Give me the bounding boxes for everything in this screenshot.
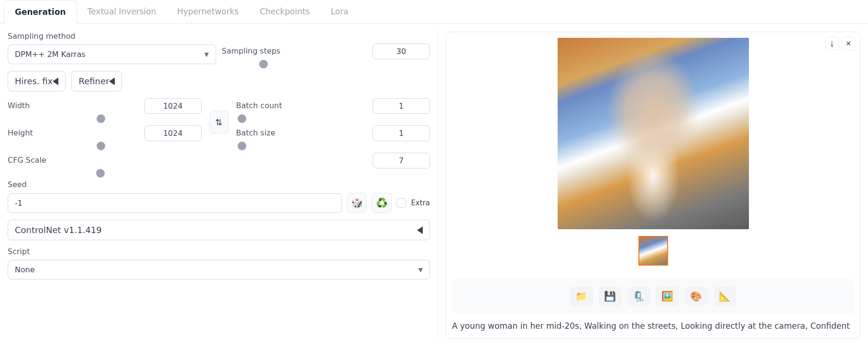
generation-info-text: A young woman in her mid-20s, Walking on… [452, 320, 854, 333]
floppy-icon: 💾 [604, 290, 616, 302]
hires-fix-label: Hires. fix [15, 76, 53, 86]
recycle-icon: ♻️ [376, 197, 388, 209]
chevron-down-icon: ▼ [418, 267, 423, 273]
output-thumbnail[interactable] [638, 236, 668, 266]
swap-dimensions-button[interactable]: ⇅ [209, 111, 229, 134]
refiner-label: Refiner [78, 76, 109, 86]
sampling-steps-input[interactable] [373, 44, 430, 59]
download-icon: ⭳ [829, 40, 835, 47]
sampling-steps-label: Sampling steps [222, 46, 281, 56]
cfg-label: CFG Scale [8, 156, 46, 165]
save-zip-button[interactable]: 🗜️ [627, 287, 650, 306]
tabs-bar: Generation Textual Inversion Hypernetwor… [0, 0, 868, 24]
height-label: Height [8, 128, 33, 137]
batch-size-input[interactable] [373, 125, 430, 141]
batch-count-label: Batch count [236, 101, 282, 110]
seed-extra-checkbox[interactable] [396, 198, 406, 208]
batch-size-label: Batch size [236, 128, 275, 137]
chevron-down-icon: ▼ [204, 51, 209, 58]
folder-icon: 📁 [575, 290, 587, 302]
close-preview-button[interactable]: ✕ [842, 37, 855, 50]
seed-extra-label: Extra [411, 199, 430, 207]
collapse-left-icon [109, 78, 115, 85]
collapse-left-icon [53, 78, 58, 85]
output-image-preview[interactable] [558, 38, 749, 229]
hires-fix-expand[interactable]: Hires. fix [8, 71, 66, 91]
ruler-icon: 📐 [719, 290, 731, 302]
script-label: Script [8, 247, 430, 256]
send-to-inpaint-button[interactable]: 🎨 [685, 287, 708, 306]
dice-icon: 🎲 [351, 197, 363, 209]
tab-generation[interactable]: Generation [4, 0, 77, 24]
collapse-left-icon [417, 226, 423, 234]
seed-input[interactable] [8, 193, 342, 213]
sampling-method-select[interactable]: DPM++ 2M Karras ▼ [8, 45, 216, 64]
picture-icon: 🖼️ [661, 290, 673, 302]
archive-icon: 🗜️ [633, 290, 645, 302]
seed-label: Seed [8, 180, 430, 189]
height-input[interactable] [144, 125, 202, 141]
controlnet-label: ControlNet v1.1.419 [15, 225, 102, 235]
random-seed-button[interactable]: 🎲 [347, 193, 367, 213]
reuse-seed-button[interactable]: ♻️ [372, 193, 392, 213]
sampling-method-value: DPM++ 2M Karras [15, 50, 86, 59]
send-to-img2img-button[interactable]: 🖼️ [656, 287, 679, 306]
script-select[interactable]: None ▼ [8, 260, 430, 279]
controlnet-expand[interactable]: ControlNet v1.1.419 [8, 220, 430, 240]
open-folder-button[interactable]: 📁 [570, 287, 593, 306]
tab-textual-inversion[interactable]: Textual Inversion [77, 0, 167, 23]
download-image-button[interactable]: ⭳ [825, 37, 839, 50]
width-label: Width [8, 101, 30, 110]
batch-count-input[interactable] [373, 98, 430, 114]
tab-lora[interactable]: Lora [320, 0, 359, 23]
palette-icon: 🎨 [690, 290, 702, 302]
send-to-extras-button[interactable]: 📐 [714, 287, 736, 306]
refiner-expand[interactable]: Refiner [71, 71, 122, 91]
cfg-input[interactable] [373, 153, 430, 168]
sampling-method-label: Sampling method [8, 32, 216, 41]
tab-hypernetworks[interactable]: Hypernetworks [166, 0, 249, 23]
output-action-bar: 📁 💾 🗜️ 🖼️ 🎨 📐 [452, 279, 854, 313]
width-input[interactable] [144, 98, 202, 114]
tab-checkpoints[interactable]: Checkpoints [249, 0, 320, 23]
close-icon: ✕ [846, 40, 851, 47]
script-value: None [15, 265, 35, 274]
save-button[interactable]: 💾 [599, 287, 622, 306]
